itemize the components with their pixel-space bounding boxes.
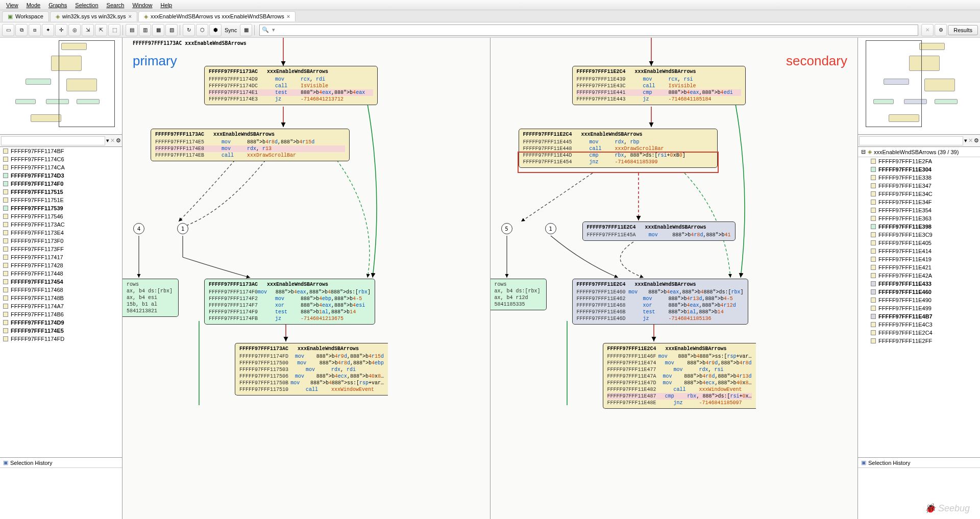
- menu-view[interactable]: View: [2, 1, 22, 9]
- address-item[interactable]: FFFFF97FFF1174BF: [0, 147, 122, 155]
- address-item[interactable]: FFFFF97FFF11E34C: [858, 190, 980, 198]
- address-item[interactable]: FFFFF97FFF11E460: [858, 288, 980, 296]
- proximity-node[interactable]: 4: [133, 223, 144, 234]
- address-item[interactable]: FFFFF97FFF11E2FA: [858, 157, 980, 165]
- clear-icon[interactable]: ✕: [968, 137, 973, 144]
- menu-selection[interactable]: Selection: [71, 1, 102, 9]
- graph-primary[interactable]: FFFFF97FFF1173AC xxxEnableWndSBArrows pr…: [122, 38, 491, 519]
- address-item[interactable]: FFFFF97FFF1174D3: [0, 171, 122, 180]
- tree-header[interactable]: ⊟ ◈ xxxEnableWndSBArrows (39 / 39): [858, 147, 980, 157]
- address-item[interactable]: FFFFF97FFF1174E5: [0, 327, 122, 335]
- address-item[interactable]: FFFFF97FFF117417: [0, 253, 122, 261]
- tool-btn-2[interactable]: ⧉: [15, 24, 28, 36]
- address-item[interactable]: FFFFF97FFF11E419: [858, 255, 980, 263]
- address-item[interactable]: FFFFF97FFF11E2C4: [858, 329, 980, 337]
- menu-help[interactable]: Help: [157, 1, 177, 9]
- tab-diff-1[interactable]: ◈ win32k.sys vs win32k.sys ×: [50, 11, 137, 21]
- address-item[interactable]: FFFFF97FFF1173E4: [0, 229, 122, 237]
- address-item[interactable]: FFFFF97FFF1174D9: [0, 318, 122, 327]
- minimap-secondary[interactable]: [858, 38, 980, 135]
- close-icon[interactable]: ×: [287, 13, 290, 19]
- gear-icon[interactable]: ⚙: [974, 137, 979, 144]
- dropdown-icon[interactable]: ▾: [964, 137, 967, 144]
- address-item[interactable]: FFFFF97FFF11E421: [858, 263, 980, 271]
- address-item[interactable]: FFFFF97FFF11E398: [858, 223, 980, 231]
- address-item[interactable]: FFFFF97FFF117546: [0, 212, 122, 220]
- tool-btn-9[interactable]: ⬚: [108, 24, 120, 36]
- settings-btn[interactable]: ⚙: [935, 24, 947, 36]
- code-block[interactable]: FFFFF97FFF1173AC xxxEnableWndSBArrowsFFF…: [235, 343, 388, 396]
- code-block[interactable]: FFFFF97FFF1173AC xxxEnableWndSBArrowsFFF…: [151, 129, 350, 161]
- address-item[interactable]: FFFFF97FFF11751E: [0, 196, 122, 204]
- address-item[interactable]: FFFFF97FFF1174C6: [0, 155, 122, 163]
- tool-btn-8[interactable]: ⇱: [95, 24, 107, 36]
- code-block[interactable]: FFFFF97FFF11E2C4 xxxEnableWndSBArrowsFFF…: [582, 221, 736, 241]
- tool-btn-12[interactable]: ▦: [152, 24, 164, 36]
- tool-sync-btn[interactable]: ▦: [240, 24, 252, 36]
- address-item[interactable]: FFFFF97FFF117428: [0, 261, 122, 269]
- address-item[interactable]: FFFFF97FFF11E347: [858, 182, 980, 190]
- proximity-node[interactable]: 5: [501, 223, 512, 234]
- code-block[interactable]: FFFFF97FFF11E2C4 xxxEnableWndSBArrowsFFF…: [572, 279, 748, 325]
- clear-icon[interactable]: ✕: [110, 137, 115, 144]
- address-item[interactable]: FFFFF97FFF11E405: [858, 239, 980, 247]
- tool-btn-5[interactable]: ✢: [55, 24, 67, 36]
- code-block[interactable]: rowsax, b4 ds:[rbx]ax, b4 esi15b, b1 al5…: [122, 279, 179, 317]
- address-item[interactable]: FFFFF97FFF11E3C9: [858, 231, 980, 239]
- address-item[interactable]: FFFFF97FFF11E42A: [858, 271, 980, 280]
- address-list-secondary[interactable]: FFFFF97FFF11E2FAFFFFF97FFF11E304FFFFF97F…: [858, 157, 980, 458]
- tool-btn-15[interactable]: ⬡: [196, 24, 208, 36]
- address-item[interactable]: FFFFF97FFF117448: [0, 269, 122, 278]
- expand-icon[interactable]: ⊟: [861, 149, 866, 155]
- address-item[interactable]: FFFFF97FFF11E499: [858, 304, 980, 312]
- search-combo[interactable]: 🔍 ▾: [259, 24, 918, 36]
- address-item[interactable]: FFFFF97FFF1174B6: [0, 310, 122, 318]
- address-item[interactable]: FFFFF97FFF11E338: [858, 174, 980, 182]
- address-item[interactable]: FFFFF97FFF11E4C3: [858, 320, 980, 329]
- address-item[interactable]: FFFFF97FFF117515: [0, 188, 122, 196]
- address-item[interactable]: FFFFF97FFF11E4B7: [858, 312, 980, 320]
- tab-diff-2[interactable]: ◈ xxxEnableWndSBArrows vs xxxEnableWndSB…: [138, 11, 296, 21]
- filter-input[interactable]: [859, 136, 963, 145]
- address-item[interactable]: FFFFF97FFF11E2FF: [858, 337, 980, 345]
- tool-btn-3[interactable]: ⧈: [29, 24, 41, 36]
- code-block[interactable]: FFFFF97FFF11E2C4 xxxEnableWndSBArrowsFFF…: [572, 66, 746, 105]
- address-item[interactable]: FFFFF97FFF117468: [0, 286, 122, 294]
- dropdown-icon[interactable]: ▾: [106, 137, 109, 144]
- address-item[interactable]: FFFFF97FFF11E34F: [858, 198, 980, 206]
- address-item[interactable]: FFFFF97FFF1173F0: [0, 237, 122, 245]
- address-item[interactable]: FFFFF97FFF11748B: [0, 294, 122, 302]
- proximity-node[interactable]: 1: [177, 223, 188, 234]
- clear-btn[interactable]: ✕: [921, 24, 934, 36]
- tool-btn-1[interactable]: ▭: [2, 24, 14, 36]
- address-list-primary[interactable]: FFFFF97FFF1174BFFFFFF97FFF1174C6FFFFF97F…: [0, 147, 122, 458]
- tool-btn-4[interactable]: ✦: [42, 24, 54, 36]
- tool-btn-14[interactable]: ↻: [183, 24, 195, 36]
- address-item[interactable]: FFFFF97FFF11E414: [858, 247, 980, 255]
- gear-icon[interactable]: ⚙: [116, 137, 121, 144]
- address-item[interactable]: FFFFF97FFF1174F0: [0, 180, 122, 188]
- address-item[interactable]: FFFFF97FFF1174CA: [0, 163, 122, 171]
- menu-graphs[interactable]: Graphs: [44, 1, 71, 9]
- address-item[interactable]: FFFFF97FFF11E354: [858, 206, 980, 214]
- menu-window[interactable]: Window: [128, 1, 156, 9]
- address-item[interactable]: FFFFF97FFF1173AC: [0, 220, 122, 229]
- results-button[interactable]: Results: [948, 25, 978, 35]
- address-item[interactable]: FFFFF97FFF1174A7: [0, 302, 122, 310]
- address-item[interactable]: FFFFF97FFF117539: [0, 204, 122, 212]
- minimap-primary[interactable]: [0, 38, 122, 135]
- code-block[interactable]: rowsax, b4 ds:[rbx]ax, b4 r12d5841185335: [491, 279, 547, 310]
- graph-secondary[interactable]: secondary FFFFF97FFF11E2C4 xxxEnableWndS…: [491, 38, 858, 519]
- proximity-node[interactable]: 1: [545, 223, 556, 234]
- address-item[interactable]: FFFFF97FFF117454: [0, 278, 122, 286]
- code-block[interactable]: FFFFF97FFF1173AC xxxEnableWndSBArrowsFFF…: [204, 66, 378, 105]
- address-item[interactable]: FFFFF97FFF11E490: [858, 296, 980, 304]
- close-icon[interactable]: ×: [129, 13, 132, 19]
- tool-btn-10[interactable]: ▤: [126, 24, 138, 36]
- filter-input[interactable]: [1, 136, 105, 145]
- address-item[interactable]: FFFFF97FFF11E433: [858, 280, 980, 288]
- code-block[interactable]: FFFFF97FFF11E2C4 xxxEnableWndSBArrowsFFF…: [603, 343, 756, 409]
- tool-btn-7[interactable]: ⇲: [82, 24, 94, 36]
- tab-workspace[interactable]: ▣ Workspace: [2, 11, 49, 21]
- address-item[interactable]: FFFFF97FFF11E304: [858, 165, 980, 174]
